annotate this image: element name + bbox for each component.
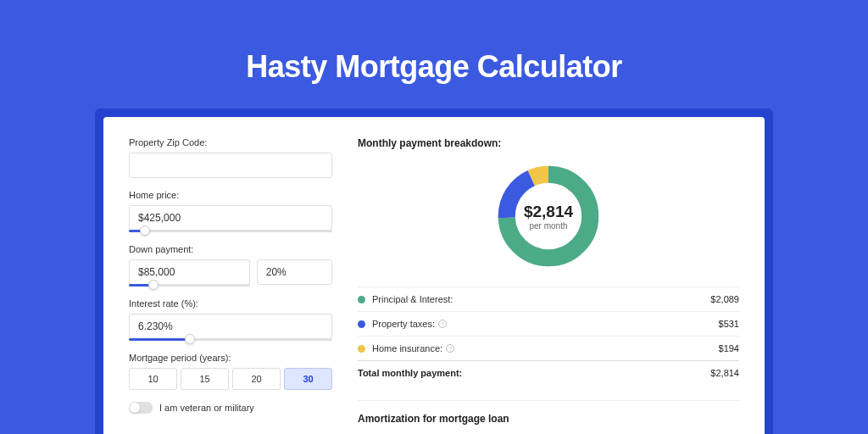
donut-chart-wrap: $2,814 per month [358, 161, 739, 271]
period-label: Mortgage period (years): [129, 353, 332, 363]
donut-center: $2,814 per month [493, 161, 604, 271]
period-option-20[interactable]: 20 [232, 368, 281, 390]
interest-slider[interactable] [129, 338, 332, 341]
info-icon[interactable]: ? [438, 320, 447, 328]
legend-row: Principal & Interest:$2,089 [358, 287, 739, 311]
slider-thumb[interactable] [185, 334, 195, 344]
amortization-title: Amortization for mortgage loan [358, 413, 739, 425]
down-payment-pct-input[interactable] [257, 259, 332, 285]
period-options: 10152030 [129, 368, 332, 390]
home-price-label: Home price: [129, 190, 332, 200]
legend-value: $194 [719, 343, 739, 353]
legend-row: Home insurance:?$194 [358, 336, 739, 360]
amortization-section: Amortization for mortgage loan Amortizat… [358, 400, 739, 434]
legend-total-value: $2,814 [710, 368, 739, 378]
period-option-15[interactable]: 15 [181, 368, 229, 390]
home-price-slider[interactable] [129, 230, 332, 232]
period-option-10[interactable]: 10 [129, 368, 177, 390]
donut-amount: $2,814 [524, 203, 573, 221]
info-icon[interactable]: ? [446, 344, 454, 353]
legend-dot [358, 345, 365, 353]
legend-row: Property taxes:?$531 [358, 311, 739, 336]
legend-value: $531 [719, 319, 739, 329]
zip-input[interactable] [129, 153, 332, 178]
slider-thumb[interactable] [148, 280, 159, 290]
toggle-knob [130, 403, 140, 413]
legend-value: $2,089 [710, 294, 739, 304]
form-panel: Property Zip Code: Home price: Down paym… [129, 137, 332, 434]
interest-input[interactable] [129, 314, 332, 339]
veteran-toggle[interactable] [129, 402, 153, 414]
legend-total-label: Total monthly payment: [358, 368, 710, 378]
legend-list: Principal & Interest:$2,089Property taxe… [358, 287, 739, 360]
zip-label: Property Zip Code: [129, 137, 332, 147]
veteran-row: I am veteran or military [129, 402, 332, 414]
legend-dot [358, 296, 365, 303]
interest-label: Interest rate (%): [129, 298, 332, 309]
period-field: Mortgage period (years): 10152030 [129, 353, 332, 390]
donut-sublabel: per month [529, 221, 567, 231]
calculator-card: Property Zip Code: Home price: Down paym… [103, 117, 765, 434]
card-shadow: Property Zip Code: Home price: Down paym… [95, 108, 773, 434]
down-payment-field: Down payment: [129, 244, 332, 287]
donut-chart: $2,814 per month [493, 161, 604, 271]
legend-label: Home insurance:? [372, 343, 719, 353]
page-root: Hasty Mortgage Calculator Property Zip C… [0, 0, 868, 434]
breakdown-panel: Monthly payment breakdown: $2,814 per mo… [358, 137, 739, 434]
veteran-label: I am veteran or military [159, 403, 254, 413]
down-payment-slider[interactable] [129, 284, 250, 287]
legend-dot [358, 320, 365, 328]
interest-field: Interest rate (%): [129, 298, 332, 341]
home-price-input[interactable] [129, 205, 332, 231]
period-option-30[interactable]: 30 [284, 368, 332, 390]
down-payment-amount-input[interactable] [129, 259, 250, 285]
legend-total-row: Total monthly payment: $2,814 [358, 360, 739, 385]
breakdown-title: Monthly payment breakdown: [358, 137, 739, 149]
legend-label: Property taxes:? [372, 319, 719, 329]
home-price-field: Home price: [129, 190, 332, 232]
zip-field: Property Zip Code: [129, 137, 332, 178]
down-payment-label: Down payment: [129, 244, 332, 254]
legend-label: Principal & Interest: [372, 294, 710, 304]
page-title: Hasty Mortgage Calculator [246, 49, 622, 85]
slider-thumb[interactable] [140, 225, 150, 236]
